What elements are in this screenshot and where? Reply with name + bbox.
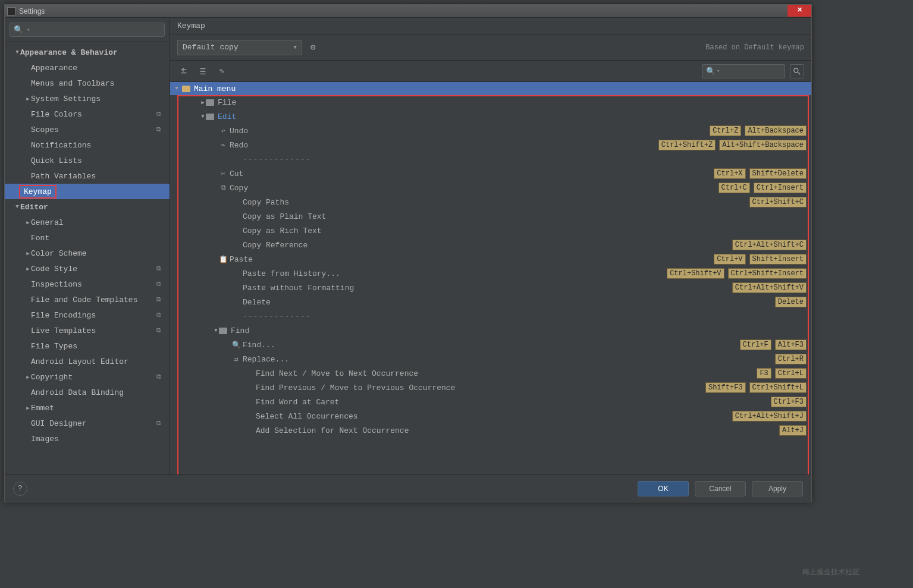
- root-main-menu[interactable]: ▼ Main menu: [170, 82, 811, 95]
- help-button[interactable]: ?: [13, 482, 27, 496]
- action-label: File: [218, 98, 236, 107]
- find-icon: 🔍: [232, 341, 240, 350]
- titlebar[interactable]: Settings ✕: [5, 5, 811, 18]
- settings-tree[interactable]: ▼ Appearance & Behavior Appearance Menus…: [5, 42, 170, 502]
- scheme-value: Default copy: [183, 43, 239, 52]
- sidebar-item-android-data-binding[interactable]: Android Data Binding: [5, 385, 170, 400]
- folder-file[interactable]: ▶ File: [170, 95, 811, 109]
- action-paste[interactable]: 📋PasteCtrl+VShift+Insert: [170, 252, 811, 266]
- action-copy-paths[interactable]: Copy PathsCtrl+Shift+C: [170, 195, 811, 209]
- shortcut-badge: Ctrl+F3: [771, 397, 807, 407]
- edit-icon[interactable]: ✎: [215, 65, 228, 78]
- dialog-footer: ? OK Cancel Apply: [5, 474, 811, 502]
- chevron-right-icon: ▶: [25, 374, 31, 381]
- sidebar-item-general[interactable]: ▶ General: [5, 215, 170, 230]
- action-label: Paste from History...: [243, 269, 340, 278]
- chevron-right-icon: ▶: [25, 405, 31, 411]
- sidebar-item-menus-and-toolbars[interactable]: Menus and Toolbars: [5, 76, 170, 91]
- sidebar-search-wrap: 🔍 ▾: [5, 18, 170, 42]
- sidebar-item-gui-designer[interactable]: GUI Designer⧉: [5, 416, 170, 431]
- action-add-selection-for-next-occurrence[interactable]: Add Selection for Next OccurrenceAlt+J: [170, 423, 811, 438]
- sidebar-item-inspections[interactable]: Inspections⧉: [5, 276, 170, 292]
- folder-find[interactable]: ▼ Find: [170, 323, 811, 338]
- action-label: Find...: [243, 341, 275, 350]
- sidebar-item-android-layout-editor[interactable]: Android Layout Editor: [5, 354, 170, 369]
- action-replace-[interactable]: ⇄Replace...Ctrl+R: [170, 352, 811, 366]
- sidebar-item-label: File and Code Templates: [31, 295, 137, 304]
- ok-button[interactable]: OK: [638, 481, 689, 496]
- sidebar-item-emmet[interactable]: ▶ Emmet: [5, 400, 170, 416]
- find-by-shortcut-button[interactable]: [790, 64, 804, 78]
- keymap-tree[interactable]: ▼ Main menu ▶ File▼ Edit ↶UndoCtrl+ZAlt+…: [170, 82, 811, 502]
- scheme-dropdown[interactable]: Default copy ▼: [177, 40, 302, 55]
- action-find-word-at-caret[interactable]: Find Word at CaretCtrl+F3: [170, 395, 811, 409]
- separator-line: -------------: [243, 312, 310, 321]
- project-scope-icon: ⧉: [156, 111, 161, 118]
- page-title: Keymap: [170, 18, 811, 34]
- sidebar-item-editor[interactable]: ▼ Editor: [5, 199, 170, 215]
- sidebar-item-file-types[interactable]: File Types: [5, 338, 170, 354]
- sidebar-item-live-templates[interactable]: Live Templates⧉: [5, 323, 170, 338]
- expand-all-icon[interactable]: [177, 65, 190, 78]
- action-delete[interactable]: DeleteDelete: [170, 295, 811, 309]
- action-undo[interactable]: ↶UndoCtrl+ZAlt+Backspace: [170, 124, 811, 138]
- action-copy-as-rich-text[interactable]: Copy as Rich Text: [170, 224, 811, 238]
- action-paste-without-formatting[interactable]: Paste without FormattingCtrl+Alt+Shift+V: [170, 281, 811, 295]
- sidebar-item-path-variables[interactable]: Path Variables: [5, 168, 170, 184]
- settings-window: Settings ✕ 🔍 ▾ ▼ Appearance & Behavior A…: [4, 4, 812, 502]
- close-button[interactable]: ✕: [787, 5, 811, 17]
- sidebar-item-notifications[interactable]: Notifications: [5, 137, 170, 153]
- sidebar-item-label: System Settings: [31, 95, 101, 103]
- sidebar-item-appearance[interactable]: Appearance: [5, 60, 170, 76]
- sidebar-item-scopes[interactable]: Scopes⧉: [5, 122, 170, 137]
- collapse-all-icon[interactable]: [196, 65, 209, 78]
- sidebar-item-font[interactable]: Font: [5, 230, 170, 246]
- sidebar-item-quick-lists[interactable]: Quick Lists: [5, 153, 170, 168]
- shortcuts: Ctrl+VShift+Insert: [714, 254, 807, 265]
- shortcut-badge: Ctrl+Insert: [754, 183, 807, 193]
- sidebar-item-file-and-code-templates[interactable]: File and Code Templates⧉: [5, 292, 170, 307]
- sidebar-item-system-settings[interactable]: ▶ System Settings: [5, 91, 170, 106]
- shortcut-badge: Ctrl+Z: [710, 125, 741, 136]
- sidebar-item-file-encodings[interactable]: File Encodings⧉: [5, 307, 170, 323]
- action-cut[interactable]: ✂CutCtrl+XShift+Delete: [170, 166, 811, 181]
- sidebar-item-copyright[interactable]: ▶ Copyright⧉: [5, 369, 170, 385]
- action-redo[interactable]: ↷RedoCtrl+Shift+ZAlt+Shift+Backspace: [170, 138, 811, 152]
- project-scope-icon: ⧉: [156, 126, 161, 133]
- action-find-next-move-to-next-occurrence[interactable]: Find Next / Move to Next OccurrenceF3Ctr…: [170, 366, 811, 381]
- sidebar-item-appearance-behavior[interactable]: ▼ Appearance & Behavior: [5, 45, 170, 60]
- sidebar-item-label: File Types: [31, 342, 77, 351]
- separator: -------------: [170, 309, 811, 323]
- sidebar-item-keymap[interactable]: Keymap: [5, 184, 170, 199]
- action-find-previous-move-to-previous-occurrence[interactable]: Find Previous / Move to Previous Occurre…: [170, 381, 811, 395]
- action-copy-reference[interactable]: Copy ReferenceCtrl+Alt+Shift+C: [170, 238, 811, 252]
- apply-button[interactable]: Apply: [752, 481, 803, 496]
- action-label: Undo: [230, 127, 248, 136]
- action-label: Paste without Formatting: [243, 284, 354, 293]
- action-label: Copy Reference: [243, 241, 308, 250]
- root-label: Main menu: [194, 84, 236, 93]
- folder-icon: [219, 328, 227, 334]
- sidebar-item-label: Images: [31, 435, 59, 444]
- folder-edit[interactable]: ▼ Edit: [170, 109, 811, 124]
- action-search-input[interactable]: 🔍 ▾: [702, 64, 785, 78]
- shortcuts: Ctrl+Alt+Shift+C: [732, 240, 807, 250]
- sidebar-item-code-style[interactable]: ▶ Code Style⧉: [5, 261, 170, 276]
- action-find-[interactable]: 🔍Find...Ctrl+FAlt+F3: [170, 338, 811, 352]
- sidebar-item-label: File Encodings: [31, 311, 96, 320]
- action-select-all-occurrences[interactable]: Select All OccurrencesCtrl+Alt+Shift+J: [170, 409, 811, 423]
- action-copy[interactable]: ⧉CopyCtrl+CCtrl+Insert: [170, 181, 811, 195]
- sidebar-search-input[interactable]: 🔍 ▾: [10, 23, 165, 37]
- sidebar-item-color-scheme[interactable]: ▶ Color Scheme: [5, 246, 170, 261]
- sidebar-item-images[interactable]: Images: [5, 431, 170, 446]
- shortcuts: Ctrl+FAlt+F3: [740, 339, 807, 350]
- cancel-button[interactable]: Cancel: [695, 481, 746, 496]
- copy-icon: ⧉: [219, 184, 227, 192]
- sidebar-item-file-colors[interactable]: File Colors⧉: [5, 106, 170, 122]
- replace-icon: ⇄: [232, 355, 240, 364]
- action-paste-from-history-[interactable]: Paste from History...Ctrl+Shift+VCtrl+Sh…: [170, 266, 811, 281]
- separator: -------------: [170, 152, 811, 166]
- action-copy-as-plain-text[interactable]: Copy as Plain Text: [170, 209, 811, 224]
- sidebar-item-label: Quick Lists: [31, 156, 82, 165]
- gear-icon[interactable]: ⚙: [310, 42, 315, 52]
